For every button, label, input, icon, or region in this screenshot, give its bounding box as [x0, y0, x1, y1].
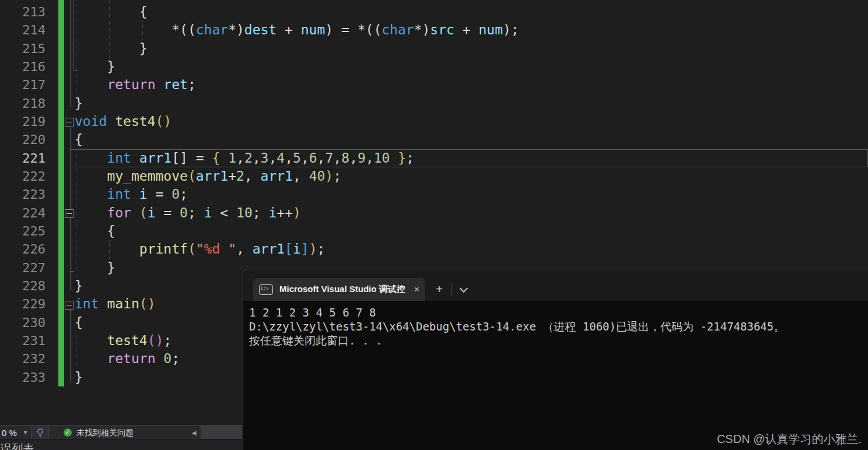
fold-marker[interactable] — [65, 118, 74, 126]
line-number: 227 — [0, 259, 46, 277]
code-line: 219void test4() — [0, 112, 868, 131]
console-tab[interactable]: C:\ Microsoft Visual Studio 调试控 × — [253, 278, 425, 301]
code-token: , — [293, 168, 309, 184]
code-token — [107, 114, 115, 129]
code-text: { — [75, 3, 148, 21]
code-token: } — [107, 59, 115, 74]
code-token: " — [196, 241, 204, 256]
code-token: ) = *(( — [325, 22, 382, 37]
code-token: ( — [139, 205, 148, 220]
code-token: , — [236, 241, 253, 256]
code-line: 213{ — [0, 3, 868, 21]
code-token: 0 — [180, 205, 188, 220]
code-token: my_memmove — [107, 168, 187, 184]
tab-dropdown-button[interactable] — [456, 279, 471, 300]
bottom-panel-label[interactable]: 误列表 — [1, 441, 34, 450]
code-token: arr1 — [196, 168, 228, 184]
line-number: 214 — [0, 21, 46, 39]
debug-console-window: C:\ Microsoft Visual Studio 调试控 × + 1 2 … — [242, 269, 868, 450]
line-number: 233 — [0, 368, 46, 386]
hscroll-left-arrow[interactable]: ◀ — [187, 426, 201, 440]
code-token: [] = — [172, 150, 212, 166]
code-line: 223int i = 0; — [0, 185, 868, 203]
code-text: my_memmove(arr1+2, arr1, 40); — [75, 167, 341, 185]
fold-marker[interactable] — [65, 301, 74, 310]
code-text: for (i = 0; i < 10; i++) — [75, 204, 301, 222]
code-token: i — [268, 205, 276, 220]
code-token — [220, 150, 228, 166]
code-text: test4(); — [75, 332, 172, 350]
screen: 212while (num--)213{214*((char*)dest + n… — [0, 0, 868, 450]
line-number: 232 — [0, 350, 46, 368]
code-token: num — [301, 22, 326, 37]
code-line: 221int arr1[] = { 1,2,3,4,5,6,7,8,9,10 }… — [0, 149, 868, 167]
code-line: 218} — [0, 94, 868, 112]
line-number: 223 — [0, 185, 46, 203]
suggestion-button[interactable] — [32, 426, 49, 440]
code-text: *((char*)dest + num) = *((char*)src + nu… — [75, 21, 519, 39]
code-text: return ret; — [75, 76, 196, 94]
console-output-line: 1 2 1 2 3 4 5 6 7 8 — [249, 305, 868, 319]
code-token: + — [454, 22, 479, 37]
code-token — [131, 187, 139, 202]
terminal-body[interactable]: 1 2 1 2 3 4 5 6 7 8D:\zzyl\zyl\test3-14\… — [243, 301, 868, 450]
code-token — [99, 296, 107, 311]
code-token: } — [75, 370, 83, 385]
code-token: 0 — [163, 351, 172, 366]
chevron-down-icon — [460, 284, 468, 292]
code-token: num — [478, 22, 503, 37]
code-token: ( — [188, 241, 196, 256]
chevron-down-icon[interactable]: ▾ — [24, 429, 27, 435]
code-text: int i = 0; — [75, 185, 188, 203]
code-text: { — [75, 222, 115, 240]
line-number: 219 — [0, 112, 46, 131]
close-icon[interactable]: × — [414, 285, 419, 294]
code-token: = — [156, 205, 180, 220]
line-number: 213 — [0, 3, 46, 21]
code-token: } — [398, 150, 406, 166]
line-number: 216 — [0, 58, 46, 76]
watermark: CSDN @认真学习的小雅兰. — [717, 431, 862, 447]
code-text: } — [75, 58, 115, 76]
code-token: while — [139, 0, 180, 1]
code-token: arr1 — [261, 168, 293, 184]
code-token: + — [228, 168, 236, 184]
code-token: } — [75, 96, 83, 111]
code-token: i — [204, 205, 212, 220]
code-token: 1 — [228, 150, 236, 166]
code-token: + — [276, 22, 301, 37]
code-token: ; — [172, 351, 180, 366]
new-tab-button[interactable]: + — [430, 279, 448, 300]
code-token: %d — [204, 241, 220, 256]
zoom-level-dropdown[interactable]: 0 % — [2, 428, 17, 438]
code-token: *) — [414, 22, 430, 37]
code-token: *) — [228, 22, 244, 37]
code-line: 226printf("%d ", arr1[i]); — [0, 240, 868, 258]
code-token — [390, 150, 398, 166]
code-token: arr1 — [139, 150, 172, 166]
code-token: , — [349, 150, 358, 166]
code-token: char — [382, 22, 414, 37]
fold-marker[interactable] — [65, 209, 74, 218]
hscroll-track[interactable] — [201, 426, 242, 440]
code-text: void test4() — [75, 112, 172, 131]
code-token: arr1 — [253, 241, 285, 256]
health-check-icon[interactable]: ✓ — [64, 428, 72, 437]
line-number: 231 — [0, 332, 46, 350]
code-token: i — [148, 205, 156, 220]
code-token: () — [156, 114, 172, 129]
code-token: , — [301, 150, 309, 166]
code-token: 7 — [325, 150, 333, 166]
line-number: 230 — [0, 314, 46, 332]
code-token: int — [107, 187, 131, 202]
code-text: printf("%d ", arr1[i]); — [75, 240, 325, 258]
code-token: " — [220, 241, 236, 256]
console-output-line: 按任意键关闭此窗口. . . — [249, 333, 868, 347]
code-token: () — [139, 296, 156, 311]
code-token: int — [75, 296, 99, 311]
code-line: 220{ — [0, 131, 868, 149]
line-number: 215 — [0, 40, 46, 58]
code-token — [155, 77, 163, 92]
code-token: ( — [180, 0, 196, 1]
line-number: 217 — [0, 76, 46, 94]
